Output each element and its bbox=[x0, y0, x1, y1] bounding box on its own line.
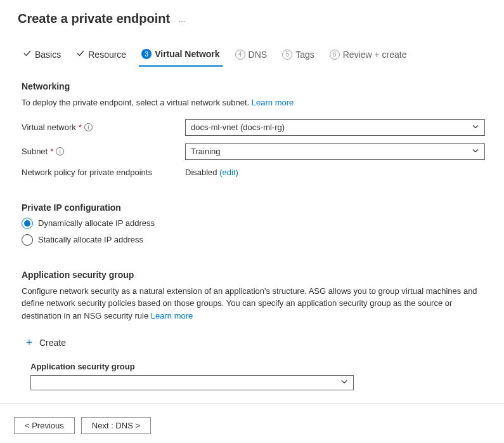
chevron-down-icon bbox=[472, 122, 479, 132]
step-number-icon: 5 bbox=[282, 50, 292, 60]
tab-label: Resource bbox=[88, 50, 126, 60]
next-button[interactable]: Next : DNS > bbox=[81, 417, 151, 434]
required-asterisk: * bbox=[79, 122, 82, 132]
wizard-tabs: Basics Resource 3 Virtual Network 4 DNS … bbox=[0, 26, 504, 66]
networking-heading: Networking bbox=[22, 81, 485, 91]
private-ip-heading: Private IP configuration bbox=[22, 202, 485, 213]
tab-basics[interactable]: Basics bbox=[20, 45, 63, 66]
required-asterisk: * bbox=[50, 147, 53, 156]
tab-label: Basics bbox=[35, 50, 61, 60]
tab-review-create[interactable]: 6 Review + create bbox=[327, 46, 410, 66]
chevron-down-icon bbox=[340, 378, 348, 388]
radio-static-ip[interactable]: Statically allocate IP address bbox=[22, 234, 485, 246]
divider bbox=[0, 403, 504, 404]
networking-description: To deploy the private endpoint, select a… bbox=[22, 96, 485, 109]
select-value: docs-ml-vnet (docs-ml-rg) bbox=[191, 122, 285, 132]
radio-dynamic-ip[interactable]: Dynamically allocate IP address bbox=[22, 218, 485, 229]
label-text: Network policy for private endpoints bbox=[22, 168, 152, 177]
info-icon[interactable]: i bbox=[56, 147, 64, 155]
asg-description: Configure network security as a natural … bbox=[22, 285, 485, 322]
create-asg-button[interactable]: ＋ Create bbox=[22, 332, 485, 353]
learn-more-link[interactable]: Learn more bbox=[252, 98, 294, 107]
select-value: Training bbox=[191, 147, 220, 156]
checkmark-icon bbox=[76, 49, 85, 60]
virtual-network-select[interactable]: docs-ml-vnet (docs-ml-rg) bbox=[185, 119, 485, 136]
step-number-icon: 4 bbox=[235, 50, 245, 60]
network-policy-label: Network policy for private endpoints bbox=[22, 168, 185, 177]
radio-label: Statically allocate IP address bbox=[38, 235, 143, 244]
checkmark-icon bbox=[23, 49, 32, 60]
tab-virtual-network[interactable]: 3 Virtual Network bbox=[139, 45, 222, 67]
previous-button[interactable]: < Previous bbox=[14, 417, 75, 434]
ip-allocation-radio-group: Dynamically allocate IP address Statical… bbox=[22, 218, 485, 246]
chevron-down-icon bbox=[472, 147, 479, 156]
label-text: Subnet bbox=[22, 147, 48, 156]
plus-icon: ＋ bbox=[24, 336, 34, 349]
page-title: Create a private endpoint bbox=[18, 11, 170, 26]
more-icon[interactable]: ··· bbox=[179, 16, 186, 25]
radio-icon bbox=[22, 218, 33, 229]
virtual-network-label: Virtual network * i bbox=[22, 122, 185, 132]
asg-heading: Application security group bbox=[22, 270, 485, 280]
learn-more-link[interactable]: Learn more bbox=[151, 311, 193, 321]
info-icon[interactable]: i bbox=[84, 123, 93, 131]
subnet-select[interactable]: Training bbox=[185, 143, 485, 160]
label-text: Virtual network bbox=[22, 122, 76, 132]
tab-label: Review + create bbox=[343, 50, 407, 60]
tab-label: DNS bbox=[249, 50, 268, 60]
create-label: Create bbox=[39, 338, 66, 348]
tab-label: Tags bbox=[295, 50, 314, 60]
step-number-icon: 6 bbox=[330, 50, 340, 60]
tab-tags[interactable]: 5 Tags bbox=[280, 46, 317, 66]
tab-dns[interactable]: 4 DNS bbox=[233, 46, 270, 66]
desc-text: To deploy the private endpoint, select a… bbox=[22, 98, 252, 107]
radio-icon bbox=[22, 234, 33, 246]
asg-select[interactable] bbox=[30, 375, 354, 390]
desc-text: Configure network security as a natural … bbox=[22, 286, 477, 321]
subnet-label: Subnet * i bbox=[22, 147, 185, 156]
network-policy-value: Disabled bbox=[185, 168, 219, 177]
radio-label: Dynamically allocate IP address bbox=[38, 218, 155, 228]
edit-policy-link[interactable]: (edit) bbox=[219, 168, 238, 177]
step-number-icon: 3 bbox=[141, 49, 152, 59]
tab-label: Virtual Network bbox=[155, 49, 219, 59]
tab-resource[interactable]: Resource bbox=[74, 45, 129, 66]
asg-column-header: Application security group bbox=[30, 362, 485, 371]
